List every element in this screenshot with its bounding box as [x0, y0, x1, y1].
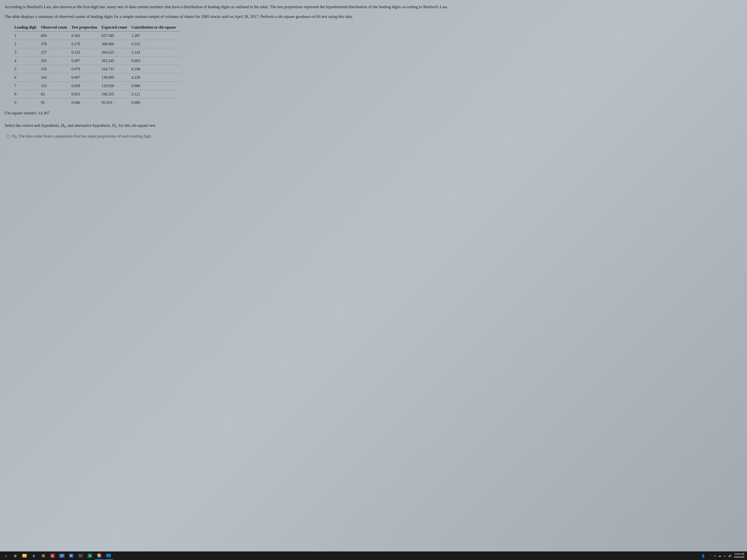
- table-cell: 3: [15, 48, 41, 57]
- intro-paragraph-1: According to Benford's Law, also known a…: [5, 4, 742, 10]
- option-h0-symbol: H: [12, 134, 15, 138]
- table-cell: 164.715: [102, 65, 131, 73]
- table-cell: 237: [41, 48, 71, 57]
- table-cell: 95.910: [102, 98, 131, 107]
- radio-icon[interactable]: [7, 135, 10, 138]
- cloud-icon[interactable]: ☁: [718, 554, 721, 557]
- table-cell: 0.009: [131, 98, 180, 107]
- header-observed-count: Observed count: [41, 23, 71, 31]
- table-cell: 378: [41, 40, 71, 48]
- table-cell: 202.245: [102, 57, 131, 65]
- table-cell: 1: [15, 31, 41, 40]
- table-cell: 159: [41, 65, 71, 73]
- table-cell: 8: [15, 90, 41, 98]
- table-cell: 0.046: [71, 98, 102, 107]
- file-explorer-icon[interactable]: [20, 552, 29, 560]
- h0-symbol: H: [61, 123, 64, 128]
- table-cell: 203: [41, 57, 71, 65]
- question-prompt: Select the correct null hypothesis, H0, …: [5, 123, 742, 129]
- table-cell: 83: [41, 90, 71, 98]
- people-icon[interactable]: 👤: [699, 552, 707, 560]
- table-cell: 0.097: [71, 57, 102, 65]
- table-cell: 627.585: [102, 31, 131, 40]
- h1-symbol: H: [112, 123, 115, 128]
- volume-icon[interactable]: 🔊: [728, 554, 731, 557]
- table-cell: 2.142: [131, 48, 180, 57]
- table-cell: 5: [15, 65, 41, 73]
- option-h0-subscript: 0: [15, 136, 17, 139]
- taskbar-left: ⌂ ⊞ e A SW2019 W ★: [2, 552, 699, 560]
- table-cell: 106.335: [102, 90, 131, 98]
- access-icon[interactable]: A: [48, 552, 57, 560]
- word-icon[interactable]: W: [67, 552, 76, 560]
- task-view-icon[interactable]: ⊞: [11, 552, 20, 560]
- header-expected-count: Expected count: [102, 23, 131, 31]
- table-row: 8830.051106.3355.121: [15, 90, 180, 98]
- solidworks-icon[interactable]: SW2019: [58, 552, 66, 560]
- table-cell: 9: [15, 98, 41, 107]
- document-content: According to Benford's Law, also known a…: [0, 0, 747, 140]
- table-cell: 0.176: [71, 40, 102, 48]
- table-cell: 5.121: [131, 90, 180, 98]
- table-cell: 0.125: [71, 48, 102, 57]
- table-cell: 164: [41, 73, 71, 82]
- windows-taskbar: ⌂ ⊞ e A SW2019 W ★ 👤 ˄ ▭ ☁ ⚍ 🔊 10:42 AM …: [0, 552, 747, 560]
- prompt-text-pre: Select the correct null hypothesis,: [5, 123, 61, 128]
- chrome-icon[interactable]: [95, 552, 103, 560]
- table-row: 51590.079164.7150.198: [15, 65, 180, 73]
- table-cell: 95: [41, 98, 71, 107]
- table-cell: 656: [41, 31, 71, 40]
- taskbar-right: 👤 ˄ ▭ ☁ ⚍ 🔊 10:42 AM 4/16/2020: [699, 552, 745, 560]
- h1-subscript: 1: [115, 125, 117, 128]
- answer-option-1[interactable]: H0: The data come from a population that…: [7, 133, 742, 140]
- intro-paragraph-2: The table displays a summary of observed…: [5, 14, 742, 20]
- table-row: 23780.176366.9600.332: [15, 40, 180, 48]
- microsoft-store-icon[interactable]: [39, 552, 48, 560]
- prompt-text-post: , for this chi-square test.: [117, 123, 156, 128]
- table-row: 42030.097202.2450.003: [15, 57, 180, 65]
- table-cell: 0.003: [131, 57, 180, 65]
- table-row: 16560.301627.5851.287: [15, 31, 180, 40]
- cortana-icon[interactable]: ⌂: [2, 552, 10, 560]
- prompt-text-mid: , and alternative hypothesis,: [66, 123, 112, 128]
- option-text: H0: The data come from a population that…: [12, 133, 152, 140]
- taskbar-clock[interactable]: 10:42 AM 4/16/2020: [734, 553, 745, 559]
- table-cell: 7: [15, 82, 41, 90]
- table-cell: 0.051: [71, 90, 102, 98]
- chi-square-statistic: Chi-square statistic: 14.307: [5, 110, 742, 116]
- table-row: 61640.067139.6954.229: [15, 73, 180, 82]
- camera-app-icon[interactable]: [104, 552, 113, 560]
- table-cell: 110: [41, 82, 71, 90]
- table-cell: 120.930: [102, 82, 131, 90]
- table-row: 9950.04695.9100.009: [15, 98, 180, 107]
- star-app-icon[interactable]: ★: [85, 552, 94, 560]
- app-icon-1[interactable]: [76, 552, 85, 560]
- option-statement: : The data come from a population that h…: [17, 134, 152, 138]
- table-cell: 2: [15, 40, 41, 48]
- table-cell: 366.960: [102, 40, 131, 48]
- table-cell: 0.198: [131, 65, 180, 73]
- table-cell: 139.695: [102, 73, 131, 82]
- sw-label-top: SW: [60, 554, 63, 556]
- table-cell: 4.229: [131, 73, 180, 82]
- table-cell: 0.058: [71, 82, 102, 90]
- header-contribution: Contribution to chi-square: [131, 23, 180, 31]
- table-cell: 0.079: [71, 65, 102, 73]
- table-cell: 260.625: [102, 48, 131, 57]
- table-row: 32370.125260.6252.142: [15, 48, 180, 57]
- header-test-proportion: Test proportion: [71, 23, 102, 31]
- clock-time: 10:42 AM: [734, 553, 744, 556]
- table-header-row: Leading digit Observed count Test propor…: [15, 23, 180, 31]
- edge-icon[interactable]: e: [30, 552, 38, 560]
- battery-icon[interactable]: ▭: [714, 554, 716, 557]
- tray-chevron-icon[interactable]: ˄: [710, 554, 711, 557]
- sw-label-bottom: 2019: [60, 556, 63, 557]
- wifi-icon[interactable]: ⚍: [723, 554, 726, 557]
- table-row: 71100.058120.9300.988: [15, 82, 180, 90]
- table-cell: 4: [15, 57, 41, 65]
- table-cell: 1.287: [131, 31, 180, 40]
- clock-date: 4/16/2020: [734, 556, 744, 559]
- header-leading-digit: Leading digit: [15, 23, 41, 31]
- table-cell: 0.332: [131, 40, 180, 48]
- table-cell: 0.067: [71, 73, 102, 82]
